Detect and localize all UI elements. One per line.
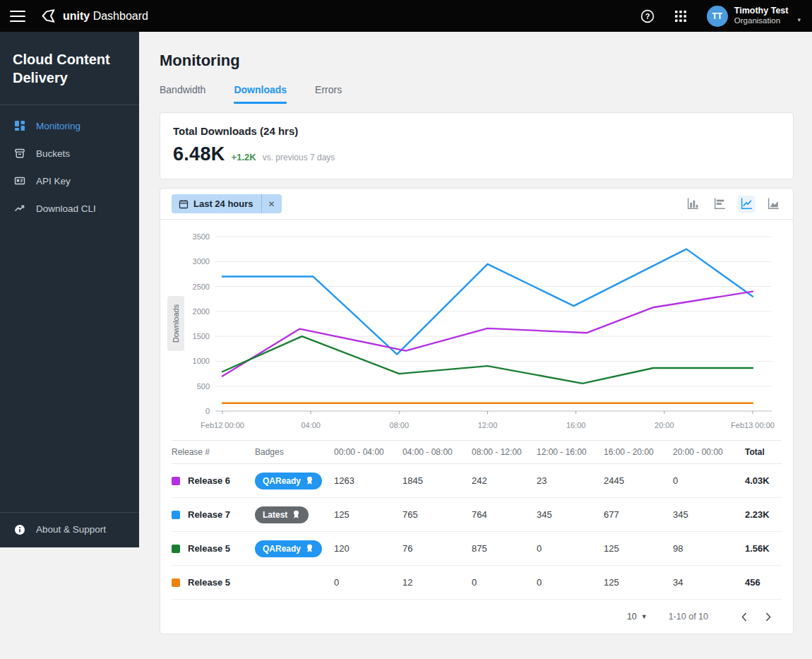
hamburger-menu-icon[interactable] (10, 11, 25, 22)
download-count-cell: 76 (402, 543, 472, 554)
table-row: Release 50120012534456 (172, 566, 782, 600)
user-name: Timothy Test (734, 6, 789, 16)
svg-text:?: ? (645, 12, 650, 20)
download-count-cell: 764 (472, 509, 537, 520)
download-count-cell: 0 (537, 543, 604, 554)
download-count-cell: 2445 (604, 475, 673, 486)
series-color-swatch (172, 545, 180, 553)
releases-table: Release #Badges00:00 - 04:0004:00 - 08:0… (160, 440, 793, 600)
calendar-icon (179, 199, 189, 209)
sidebar-item-download-cli[interactable]: Download CLI (0, 195, 139, 222)
sidebar-item-buckets[interactable]: Buckets (0, 140, 139, 167)
summary-value: 6.48K (173, 143, 225, 165)
column-header: Total (745, 447, 782, 457)
axis-tick-label: 20:00 (655, 421, 674, 429)
axis-tick-label: 500 (197, 382, 210, 391)
sidebar-item-about-support[interactable]: About & Support (0, 516, 139, 543)
download-count-cell: 0 (334, 577, 402, 588)
user-menu[interactable]: TT Timothy Test Organisation ▾ (707, 6, 801, 27)
column-header: 00:00 - 04:00 (334, 447, 402, 457)
sidebar: Cloud Content Delivery Monitoring Bucket… (0, 32, 139, 547)
ribbon-icon (292, 510, 301, 519)
page-range: 1-10 of 10 (669, 612, 708, 622)
downloads-panel: Last 24 hours ✕ (160, 188, 794, 634)
download-count-cell: 345 (537, 509, 604, 520)
download-count-cell: 677 (604, 509, 673, 520)
axis-tick-label: 1000 (193, 357, 210, 365)
y-axis-label: Downloads (172, 304, 180, 343)
unity-brand: unity Dashboard (41, 8, 148, 24)
date-range-chip[interactable]: Last 24 hours ✕ (172, 194, 282, 213)
column-header: Release # (172, 447, 255, 457)
sidebar-item-monitoring[interactable]: Monitoring (0, 112, 139, 140)
tab-bandwidth[interactable]: Bandwidth (160, 84, 205, 104)
tab-errors[interactable]: Errors (315, 84, 342, 104)
table-row: Release 6QAReady1263184524223244504.03K (172, 464, 782, 498)
series-line-release-5 (222, 336, 753, 384)
release-name: Release 5 (188, 577, 230, 588)
download-count-cell: 125 (604, 543, 673, 554)
brand-text: unity Dashboard (63, 10, 148, 23)
series-line-release-7 (222, 249, 753, 355)
axis-tick-label: Feb13 00:00 (731, 421, 775, 429)
series-color-swatch (172, 578, 180, 587)
chart-type-switcher (684, 196, 782, 213)
line-chart-icon[interactable] (738, 196, 755, 213)
badge-qaready: QAReady (255, 473, 322, 489)
download-count-cell: 875 (472, 543, 537, 554)
column-header: Badges (255, 447, 334, 457)
axis-tick-label: 08:00 (390, 421, 410, 429)
tab-bar: Bandwidth Downloads Errors (160, 84, 794, 104)
download-count-cell: 125 (334, 509, 402, 520)
badge-latest: Latest (255, 506, 309, 523)
sidebar-item-label: About & Support (36, 524, 106, 535)
release-name: Release 5 (188, 543, 230, 554)
column-header: 12:00 - 16:00 (537, 447, 604, 457)
sidebar-title: Cloud Content Delivery (0, 32, 139, 105)
sidebar-item-label: Monitoring (36, 121, 80, 131)
download-count-cell: 1845 (402, 475, 472, 486)
download-count-cell: 765 (402, 509, 472, 520)
table-row: Release 7Latest1257657643456773452.23K (172, 498, 782, 532)
downloads-line-chart: 0500100015002000250030003500Feb12 00:000… (160, 220, 793, 440)
total-cell: 1.56K (745, 543, 782, 554)
monitoring-icon (14, 120, 25, 131)
axis-tick-label: 3500 (193, 232, 210, 241)
series-line-release-6 (222, 292, 753, 376)
download-count-cell: 120 (334, 543, 402, 554)
axis-tick-label: 1500 (193, 332, 210, 340)
download-count-cell: 0 (472, 577, 537, 588)
sidebar-item-label: Buckets (36, 148, 70, 159)
horizontal-bar-chart-icon[interactable] (711, 196, 728, 213)
page-size-select[interactable]: 10 ▼ (627, 612, 647, 622)
next-page-button[interactable] (756, 606, 780, 627)
table-header-row: Release #Badges00:00 - 04:0004:00 - 08:0… (172, 440, 782, 464)
close-icon[interactable]: ✕ (261, 194, 282, 213)
total-downloads-card: Total Downloads (24 hrs) 6.48K +1.2K vs.… (160, 112, 794, 179)
avatar: TT (707, 6, 728, 27)
previous-page-button[interactable] (732, 606, 756, 627)
download-count-cell: 125 (604, 577, 673, 588)
summary-title: Total Downloads (24 hrs) (173, 125, 780, 137)
area-chart-icon[interactable] (765, 196, 782, 213)
axis-tick-label: 2000 (193, 307, 210, 316)
axis-tick-label: Feb12 00:00 (201, 421, 244, 429)
chevron-down-icon: ▼ (641, 613, 647, 620)
badge-qaready: QAReady (255, 540, 322, 557)
page-size-value: 10 (627, 612, 637, 622)
column-header: 04:00 - 08:00 (402, 447, 472, 457)
download-cli-icon (14, 203, 25, 214)
help-icon[interactable]: ? (640, 9, 655, 23)
tab-downloads[interactable]: Downloads (234, 84, 287, 104)
user-organisation: Organisation (734, 16, 789, 26)
sidebar-item-api-key[interactable]: API Key (0, 167, 139, 195)
column-header: 16:00 - 20:00 (604, 447, 673, 457)
bar-chart-icon[interactable] (684, 196, 701, 213)
column-header: 20:00 - 00:00 (673, 447, 745, 457)
axis-tick-label: 2500 (193, 283, 210, 291)
axis-tick-label: 16:00 (566, 421, 586, 429)
download-count-cell: 12 (402, 577, 472, 588)
download-count-cell: 0 (673, 475, 745, 486)
apps-grid-icon[interactable] (674, 10, 687, 23)
summary-delta: +1.2K (232, 152, 256, 162)
